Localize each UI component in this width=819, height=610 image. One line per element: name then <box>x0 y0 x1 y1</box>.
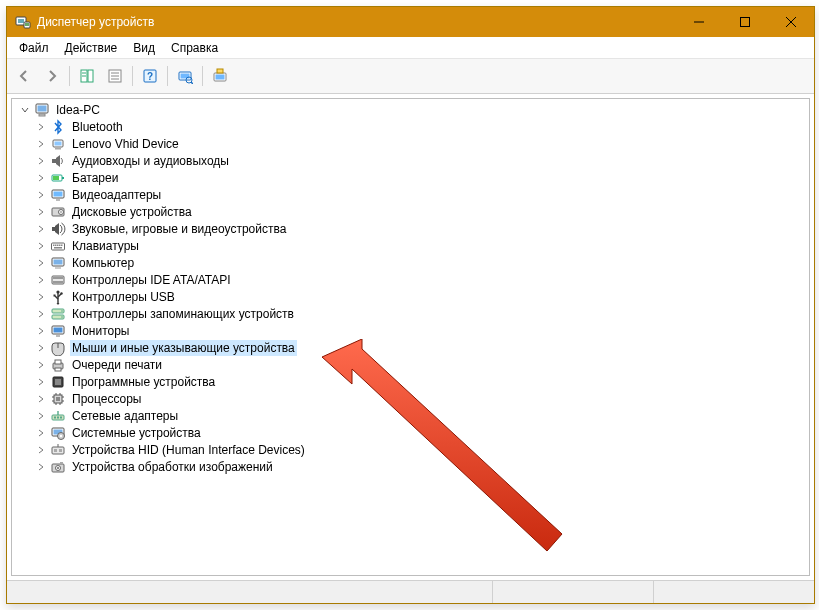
expander-icon[interactable] <box>34 205 48 219</box>
close-button[interactable] <box>768 7 814 37</box>
toolbar-separator <box>202 66 203 86</box>
printqueue-icon <box>50 357 66 373</box>
category-label: Контроллеры запоминающих устройств <box>70 306 296 322</box>
root-node[interactable]: Idea-PC <box>16 101 809 118</box>
device-tree-panel[interactable]: Idea-PC BluetoothLenovo Vhid DeviceАудио… <box>11 98 810 576</box>
category-label: Аудиовходы и аудиовыходы <box>70 153 231 169</box>
imaging-icon <box>50 459 66 475</box>
device-category[interactable]: Lenovo Vhid Device <box>34 135 809 152</box>
expander-icon[interactable] <box>18 103 32 117</box>
category-label: Процессоры <box>70 391 144 407</box>
device-category[interactable]: Сетевые адаптеры <box>34 407 809 424</box>
expander-icon[interactable] <box>34 392 48 406</box>
expander-icon[interactable] <box>34 290 48 304</box>
expander-icon[interactable] <box>34 137 48 151</box>
device-tree: Idea-PC BluetoothLenovo Vhid DeviceАудио… <box>12 99 809 477</box>
help-toolbar-button[interactable]: ? <box>137 63 163 89</box>
expander-icon[interactable] <box>34 154 48 168</box>
svg-rect-95 <box>59 449 62 452</box>
category-label: Батареи <box>70 170 120 186</box>
device-category[interactable]: Мониторы <box>34 322 809 339</box>
svg-rect-24 <box>217 69 223 73</box>
svg-rect-27 <box>39 114 45 116</box>
category-label: Клавиатуры <box>70 238 141 254</box>
maximize-button[interactable] <box>722 7 768 37</box>
svg-rect-66 <box>54 327 63 332</box>
expander-icon[interactable] <box>34 358 48 372</box>
expander-icon[interactable] <box>34 460 48 474</box>
svg-point-59 <box>60 292 62 294</box>
device-category[interactable]: Контроллеры IDE ATA/ATAPI <box>34 271 809 288</box>
device-category[interactable]: Процессоры <box>34 390 809 407</box>
device-category[interactable]: Устройства HID (Human Interface Devices) <box>34 441 809 458</box>
expander-icon[interactable] <box>34 409 48 423</box>
svg-rect-3 <box>25 23 29 26</box>
svg-marker-60 <box>57 303 60 305</box>
computer-icon <box>34 102 50 118</box>
expander-icon[interactable] <box>34 375 48 389</box>
svg-rect-85 <box>54 416 56 418</box>
category-label: Очереди печати <box>70 357 164 373</box>
scan-hardware-button[interactable] <box>172 63 198 89</box>
svg-rect-19 <box>181 74 190 79</box>
expander-icon[interactable] <box>34 426 48 440</box>
nav-forward-button[interactable] <box>39 63 65 89</box>
svg-rect-35 <box>53 176 59 180</box>
device-category[interactable]: Видеоадаптеры <box>34 186 809 203</box>
device-category[interactable]: Дисковые устройства <box>34 203 809 220</box>
properties-toolbar-button[interactable] <box>102 63 128 89</box>
category-label: Мониторы <box>70 323 131 339</box>
svg-rect-26 <box>38 105 47 111</box>
device-category[interactable]: Системные устройства <box>34 424 809 441</box>
menu-action[interactable]: Действие <box>57 39 126 57</box>
ide-icon <box>50 272 66 288</box>
svg-rect-38 <box>56 199 60 201</box>
category-label: Системные устройства <box>70 425 203 441</box>
computer-icon <box>50 255 66 271</box>
menu-help[interactable]: Справка <box>163 39 226 57</box>
expander-icon[interactable] <box>34 443 48 457</box>
device-manager-window: Диспетчер устройств Файл Действие Вид Сп… <box>6 6 815 604</box>
monitor-icon <box>50 323 66 339</box>
svg-rect-100 <box>60 462 63 464</box>
expander-icon[interactable] <box>34 171 48 185</box>
category-label: Звуковые, игровые и видеоустройства <box>70 221 288 237</box>
svg-rect-34 <box>62 177 64 179</box>
category-label: Компьютер <box>70 255 136 271</box>
menu-view[interactable]: Вид <box>125 39 163 57</box>
svg-rect-58 <box>54 294 56 296</box>
expander-icon[interactable] <box>34 222 48 236</box>
expander-icon[interactable] <box>34 307 48 321</box>
expander-icon[interactable] <box>34 239 48 253</box>
show-hidden-button[interactable] <box>74 63 100 89</box>
category-label: Контроллеры USB <box>70 289 177 305</box>
device-category[interactable]: Аудиовходы и аудиовыходы <box>34 152 809 169</box>
menu-file[interactable]: Файл <box>11 39 57 57</box>
device-category[interactable]: Контроллеры запоминающих устройств <box>34 305 809 322</box>
expander-icon[interactable] <box>34 324 48 338</box>
device-category[interactable]: Звуковые, игровые и видеоустройства <box>34 220 809 237</box>
device-category[interactable]: Устройства обработки изображений <box>34 458 809 475</box>
expander-icon[interactable] <box>34 188 48 202</box>
svg-rect-9 <box>88 70 93 82</box>
device-category[interactable]: Программные устройства <box>34 373 809 390</box>
device-category[interactable]: Компьютер <box>34 254 809 271</box>
expander-icon[interactable] <box>34 120 48 134</box>
nav-back-button[interactable] <box>11 63 37 89</box>
svg-rect-75 <box>56 397 60 401</box>
sound-icon <box>50 221 66 237</box>
device-category[interactable]: Клавиатуры <box>34 237 809 254</box>
device-category[interactable]: Очереди печати <box>34 356 809 373</box>
expander-icon[interactable] <box>34 273 48 287</box>
update-driver-button[interactable] <box>207 63 233 89</box>
svg-point-99 <box>57 467 59 469</box>
device-category[interactable]: Батареи <box>34 169 809 186</box>
expander-icon[interactable] <box>34 341 48 355</box>
device-category[interactable]: Мыши и иные указывающие устройства <box>34 339 809 356</box>
minimize-button[interactable] <box>676 7 722 37</box>
expander-icon[interactable] <box>34 256 48 270</box>
category-label: Сетевые адаптеры <box>70 408 180 424</box>
device-category[interactable]: Bluetooth <box>34 118 809 135</box>
device-category[interactable]: Контроллеры USB <box>34 288 809 305</box>
usb-icon <box>50 289 66 305</box>
